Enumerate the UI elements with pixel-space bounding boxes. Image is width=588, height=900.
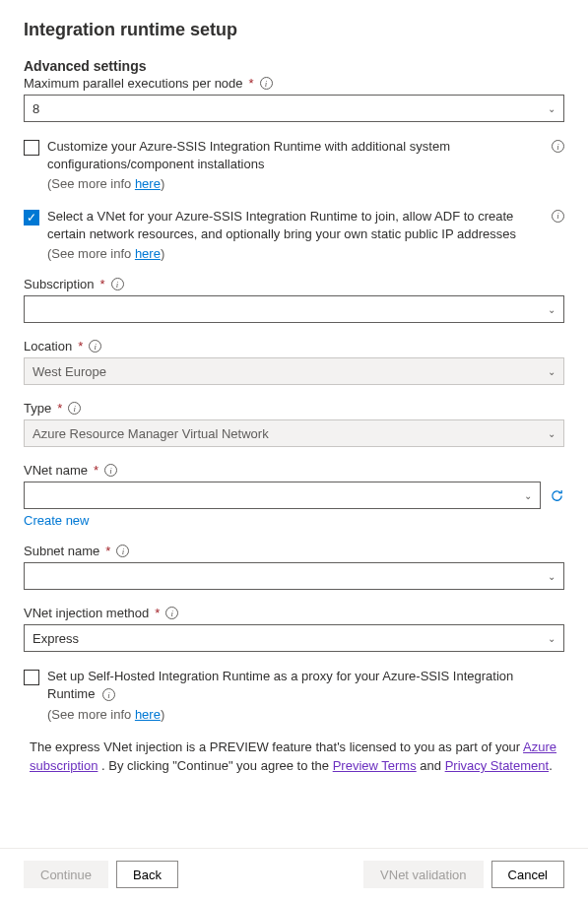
injection-method-label: VNet injection method xyxy=(24,606,149,620)
location-select: West Europe ⌄ xyxy=(24,357,564,385)
proxy-checkbox[interactable] xyxy=(24,670,39,685)
type-select: Azure Resource Manager Virtual Network ⌄ xyxy=(24,419,564,447)
see-more-prefix: (See more info xyxy=(47,246,135,261)
customize-label: Customize your Azure-SSIS Integration Ru… xyxy=(47,138,544,173)
chevron-down-icon: ⌄ xyxy=(524,490,532,501)
required-asterisk: * xyxy=(249,76,254,91)
subnet-name-select[interactable]: ⌄ xyxy=(24,562,564,590)
page-title: Integration runtime setup xyxy=(24,20,564,40)
back-button[interactable]: Back xyxy=(116,861,178,888)
chevron-down-icon: ⌄ xyxy=(548,366,555,377)
refresh-icon[interactable] xyxy=(549,487,564,503)
info-icon[interactable]: i xyxy=(89,340,101,353)
info-icon[interactable]: i xyxy=(111,278,124,290)
cancel-button[interactable]: Cancel xyxy=(491,861,564,888)
info-icon[interactable]: i xyxy=(165,607,178,619)
chevron-down-icon: ⌄ xyxy=(548,103,555,114)
preview-t2: . By clicking "Continue" you agree to th… xyxy=(98,758,332,773)
type-label: Type xyxy=(24,401,51,416)
vnet-checkbox[interactable]: ✓ xyxy=(24,210,39,225)
chevron-down-icon: ⌄ xyxy=(548,304,555,315)
see-more-suffix: ) xyxy=(161,246,164,261)
type-value: Azure Resource Manager Virtual Network xyxy=(33,426,269,441)
proxy-label: Set up Self-Hosted Integration Runtime a… xyxy=(47,669,513,701)
customize-checkbox[interactable] xyxy=(24,140,39,156)
subnet-name-label: Subnet name xyxy=(24,544,99,558)
info-icon[interactable]: i xyxy=(68,402,81,415)
vnet-here-link[interactable]: here xyxy=(135,246,161,261)
see-more-prefix: (See more info xyxy=(47,176,135,191)
privacy-statement-link[interactable]: Privacy Statement xyxy=(445,758,550,773)
required-asterisk: * xyxy=(105,544,110,558)
preview-terms-link[interactable]: Preview Terms xyxy=(333,758,417,773)
location-label: Location xyxy=(24,339,72,354)
injection-method-value: Express xyxy=(33,631,79,646)
see-more-suffix: ) xyxy=(161,176,164,191)
preview-t1: The express VNet injection is a PREVIEW … xyxy=(30,739,523,754)
info-icon[interactable]: i xyxy=(260,77,273,90)
subscription-label: Subscription xyxy=(24,277,95,291)
location-value: West Europe xyxy=(33,364,106,379)
continue-button: Continue xyxy=(24,861,108,888)
subscription-select[interactable]: ⌄ xyxy=(24,295,564,323)
info-icon[interactable]: i xyxy=(104,464,117,477)
required-asterisk: * xyxy=(100,277,105,291)
chevron-down-icon: ⌄ xyxy=(548,633,555,644)
info-icon[interactable]: i xyxy=(552,210,564,223)
proxy-here-link[interactable]: here xyxy=(135,707,161,722)
vnet-name-select[interactable]: ⌄ xyxy=(24,482,541,509)
max-parallel-select[interactable]: 8 ⌄ xyxy=(24,95,564,122)
preview-t4: . xyxy=(549,758,553,773)
see-more-suffix: ) xyxy=(161,707,164,722)
chevron-down-icon: ⌄ xyxy=(548,571,555,582)
vnet-select-label: Select a VNet for your Azure-SSIS Integr… xyxy=(47,208,544,243)
preview-notice: The express VNet injection is a PREVIEW … xyxy=(24,738,564,776)
advanced-settings-heading: Advanced settings xyxy=(24,58,564,74)
create-new-link[interactable]: Create new xyxy=(24,513,564,528)
footer: Continue Back VNet validation Cancel xyxy=(0,848,588,900)
vnet-validation-button: VNet validation xyxy=(363,861,483,888)
required-asterisk: * xyxy=(78,339,83,354)
info-icon[interactable]: i xyxy=(552,140,564,153)
max-parallel-label: Maximum parallel executions per node xyxy=(24,76,243,91)
preview-t3: and xyxy=(417,758,445,773)
see-more-prefix: (See more info xyxy=(47,707,135,722)
vnet-name-label: VNet name xyxy=(24,463,88,478)
injection-method-select[interactable]: Express ⌄ xyxy=(24,624,564,652)
required-asterisk: * xyxy=(94,463,98,478)
info-icon[interactable]: i xyxy=(102,688,115,701)
max-parallel-value: 8 xyxy=(33,101,39,116)
required-asterisk: * xyxy=(155,606,160,620)
customize-here-link[interactable]: here xyxy=(135,176,161,191)
chevron-down-icon: ⌄ xyxy=(548,428,555,439)
info-icon[interactable]: i xyxy=(116,545,129,557)
required-asterisk: * xyxy=(57,401,62,416)
